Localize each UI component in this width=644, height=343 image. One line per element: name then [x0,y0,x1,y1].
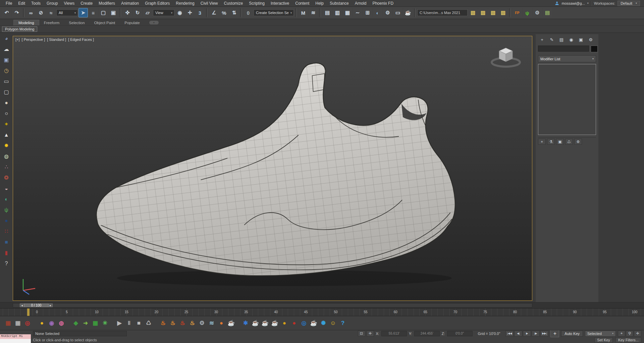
pause-icon[interactable]: ‖ [125,319,133,327]
modifier-list-dropdown[interactable]: Modifier List ▾ [538,55,596,62]
clock-icon[interactable]: ◷ [2,66,11,75]
motion-tab[interactable]: ◉ [568,37,575,43]
curve-editor-icon[interactable]: ∼ [353,8,362,17]
light-icon[interactable]: ✹ [2,141,11,150]
fire-presets-icon[interactable]: ♨ [169,319,177,327]
ribbon-tab-populate[interactable]: Populate [120,20,144,25]
forest-pack-icon[interactable]: FP [513,8,522,17]
grass-icon[interactable]: ψ [2,205,11,215]
angle-snap-toggle-icon[interactable]: ∠ [209,8,219,17]
selection-set-combo[interactable]: Selected ▾ [585,331,616,337]
menu-item-interactive[interactable]: Interactive [268,0,292,6]
rectangular-selection-region-icon[interactable]: ▢ [99,8,108,17]
schematic-view-icon[interactable]: ⊞ [363,8,372,17]
green-grid-icon[interactable]: ▦ [91,319,99,327]
menu-item-content[interactable]: Content [292,0,312,6]
ribbon-tab-object-paint[interactable]: Object Paint [90,20,120,25]
green-burst-icon[interactable]: ✳ [101,319,109,327]
percent-snap-toggle-icon[interactable]: % [219,8,229,17]
previous-frame-button[interactable]: ◀| [514,331,522,337]
auto-key-button[interactable]: Auto Key [561,331,583,337]
simulation-icon[interactable]: ✱ [241,319,250,327]
previous-frame-arrow[interactable]: ◀ [20,303,24,307]
absolute-mode-toggle[interactable]: ✛ [367,331,374,337]
pin-stack-button[interactable]: ⌖ [538,139,546,145]
earth-icon[interactable]: ◐ [2,194,11,204]
arnold-icon[interactable]: ◎ [23,319,32,327]
window-crossing-icon[interactable]: ▣ [109,8,118,17]
reference-coordinate-system-dropdown[interactable]: View▾ [153,9,174,16]
perspective-viewport[interactable]: [+][ Perspective ][ Standard ][ Edged Fa… [13,36,532,301]
select-by-name-icon[interactable]: ≡ [89,8,98,17]
zoom-region-icon[interactable]: ⚲ [626,331,633,337]
modify-tab[interactable]: ✎ [548,37,555,43]
viewport-standard-menu[interactable]: [ Standard ] [47,38,66,42]
multi-cube-icon[interactable]: ▦ [4,319,12,327]
viewport-pov-menu[interactable]: [ Perspective ] [22,38,45,42]
smoke-icon[interactable]: ≋ [208,319,216,327]
maxscript-listener-line[interactable] [0,339,31,343]
keyboard-shortcut-override-icon[interactable]: 3 [195,8,205,17]
pink-sphere-icon[interactable]: ◍ [57,319,65,327]
particles-icon[interactable]: ∴ [2,162,11,172]
bottom-help-icon[interactable]: ? [339,319,347,327]
merge-container-icon[interactable]: ▨ [498,8,508,17]
viewport-shading-menu[interactable]: [ Edged Faces ] [68,38,94,42]
list-view-icon[interactable]: ▤ [543,8,552,17]
material-editor-icon[interactable]: ◐ [373,8,382,17]
project-folder-field[interactable]: C:\Users\m...s Max 2021 [417,9,468,16]
atoms-icon[interactable]: ∷ [2,226,11,236]
menu-item-scripting[interactable]: Scripting [246,0,268,6]
sphere-icon[interactable]: ● [2,98,11,108]
teapot-steam-icon[interactable]: ☕ [227,319,235,327]
hierarchy-tab[interactable]: ▤ [558,37,565,43]
select-and-move-icon[interactable]: ✜ [123,8,132,17]
redo-icon[interactable]: ↷ [12,8,21,17]
explosion-icon[interactable]: ♨ [178,319,186,327]
geosphere-icon[interactable]: ◍ [2,151,11,161]
teapot-blue-icon[interactable]: ☕ [310,319,318,327]
edit-named-selection-sets-icon[interactable]: {} [244,8,253,17]
ribbon-collapse-toggle[interactable]: ▾ [149,21,159,24]
menu-item-tools[interactable]: Tools [28,0,44,6]
materials-icon[interactable]: ❂ [2,173,11,183]
utilities-tab[interactable]: ⚙ [587,37,594,43]
droplet-icon[interactable]: ● [217,319,225,327]
menu-item-arnold[interactable]: Arnold [352,0,370,6]
menu-item-phoenix-fd[interactable]: Phoenix FD [369,0,396,6]
menu-item-rendering[interactable]: Rendering [173,0,197,6]
set-key-plus-button[interactable]: + [550,330,559,337]
object-name-field[interactable] [538,46,589,52]
y-coord-field[interactable]: 244.455' [414,331,440,336]
z-coord-field[interactable]: 0'0.0" [447,331,473,336]
select-object-icon[interactable]: ➤ [78,8,88,17]
swirl-icon[interactable]: ✺ [319,319,327,327]
circle-icon[interactable]: ○ [2,109,11,118]
object-color-swatch[interactable] [591,46,598,52]
time-slider-value[interactable]: 0 / 100 [24,303,48,307]
time-slider-track[interactable]: ◀ 0 / 100 ▶ [13,303,532,307]
track-bar[interactable]: 0510152025303540455055606570758085909510… [0,308,644,316]
cloud-icon[interactable]: ☁ [2,44,11,54]
time-slider-handle[interactable]: ◀ 0 / 100 ▶ [20,303,53,307]
polygon-modeling-panel-button[interactable]: Polygon Modeling [2,26,37,32]
inherit-container-icon[interactable]: ▧ [488,8,498,17]
use-pivot-point-center-icon[interactable]: ◉ [175,8,184,17]
set-key-button[interactable]: Set Key [594,337,613,343]
configure-modifier-sets-button[interactable]: ⚙ [574,139,582,145]
next-frame-button[interactable]: |▶ [532,331,540,337]
toggle-scene-explorer-icon[interactable]: ▤ [323,8,332,17]
scripted-tools-icon[interactable]: ⚙ [198,319,206,327]
maxscript-macro-line[interactable]: MAXScript Mi [0,334,31,339]
teapot-gold-icon[interactable]: ☕ [261,319,269,327]
toggle-ribbon-icon[interactable]: ▦ [343,8,352,17]
coffee-cup-icon[interactable]: ☕ [271,319,279,327]
unlink-selection-icon[interactable]: ⊘ [36,8,46,17]
menu-item-animation[interactable]: Animation [118,0,142,6]
align-icon[interactable]: ≋ [309,8,318,17]
capsule-icon[interactable]: ▭ [2,76,11,86]
isolate-selection-icon[interactable]: ⌖ [618,331,625,337]
modifier-stack[interactable] [538,64,596,135]
toggle-layer-explorer-icon[interactable]: ▥ [333,8,342,17]
help-icon[interactable]: ? [2,259,11,268]
